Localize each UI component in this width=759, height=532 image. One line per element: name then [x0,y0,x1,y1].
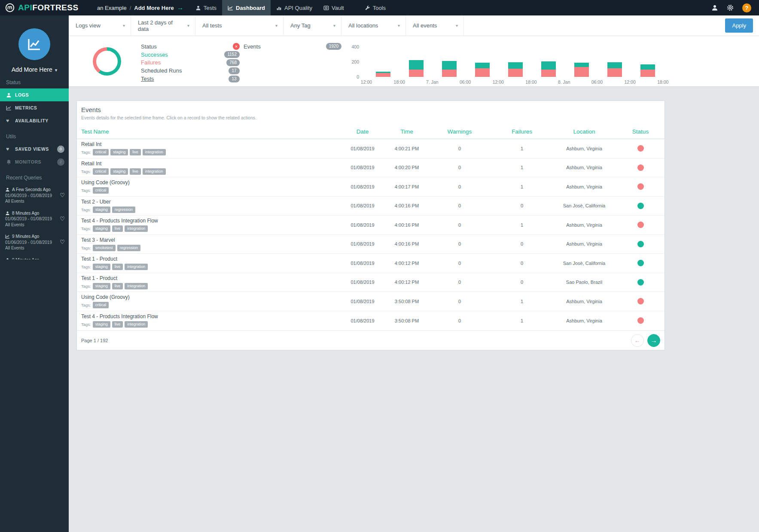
sidebar-item-monitors[interactable]: MONITORS 2 [0,155,69,168]
column-warnings[interactable]: Warnings [427,128,492,135]
status-cell [616,260,665,266]
next-page-button[interactable]: → [647,334,660,347]
bar-plot-area [363,47,664,77]
apply-button[interactable]: Apply [725,18,753,33]
event-date: 01/08/2019 [339,299,386,304]
breadcrumb-separator: / [130,5,131,11]
x-axis-label: 8. Jan [558,79,570,85]
recent-query-item[interactable]: A Few Seconds Ago 01/06/2019 - 01/08/201… [0,184,69,207]
date-range-select[interactable]: Last 2 days of data ▾ [131,15,195,36]
nav-dashboard[interactable]: Dashboard [222,0,271,15]
table-row[interactable]: Retail IntTags:criticalstagingliveintegr… [77,139,665,158]
top-nav-bar: APIFORTRESS an Example / Add More Here →… [0,0,759,15]
nav-vault-label: Vault [332,5,344,11]
clear-status-filter-icon[interactable]: × [233,43,240,50]
tests-count-badge: 13 [229,76,240,82]
recent-query-item[interactable]: 9 Minutes Ago 01/06/2019 - 01/08/2019 Al… [0,231,69,254]
event-time: 3:50:08 PM [386,299,427,304]
table-row[interactable]: Test 2 - UberTags:stagingregression01/08… [77,197,665,216]
user-icon [5,187,10,192]
favorite-heart-icon[interactable]: ♡ [60,192,65,199]
event-location: Ashburn, Virginia [552,165,616,170]
sidebar-item-logs[interactable]: LOGS [0,88,69,101]
warnings-count: 0 [427,299,492,304]
help-icon[interactable]: ? [742,3,751,12]
nav-api-quality[interactable]: API Quality [271,0,318,15]
tests-link[interactable]: Tests [141,76,229,82]
event-date: 01/08/2019 [339,280,386,285]
table-row[interactable]: Test 3 - MarvelTags:smoketestregression0… [77,235,665,254]
sidebar-item-label: MONITORS [15,159,41,164]
status-legend: Status × Successes 1152 Failures 768 Sch… [141,43,240,83]
tag-chip: integration [143,168,166,175]
table-row[interactable]: Using Code (Groovy)Tags:critical01/08/20… [77,292,665,311]
project-avatar-button[interactable] [18,28,50,60]
failures-label[interactable]: Failures [141,59,226,66]
x-axis-label: 7. Jan [426,79,439,85]
y-axis-label: 0 [347,74,359,79]
chevron-down-icon: ▾ [123,23,125,28]
sidebar-item-metrics[interactable]: METRICS [0,101,69,114]
summary-strip: Status × Successes 1152 Failures 768 Sch… [69,36,759,87]
locations-select-value: All locations [348,22,378,29]
tests-select[interactable]: All tests ▾ [195,15,283,36]
status-dot [637,222,644,228]
status-cell [616,241,665,247]
column-time[interactable]: Time [386,128,427,135]
recent-query-range: 01/06/2019 - 01/08/2019 [5,216,58,222]
status-dot [637,241,644,247]
table-row[interactable]: Test 1 - ProductTags:stagingliveintegrat… [77,273,665,292]
table-row[interactable]: Test 4 - Products Integration FlowTags:s… [77,216,665,235]
tag-select[interactable]: Any Tag ▾ [283,15,341,36]
breadcrumb-current[interactable]: Add More Here [134,5,174,11]
open-project-arrow-icon[interactable]: → [177,4,184,12]
view-select[interactable]: Logs view ▾ [69,15,131,36]
x-axis-labels: 12:0018:007. Jan06:0012:0018:008. Jan06:… [363,79,664,85]
column-date[interactable]: Date [339,128,386,135]
sidebar-item-availability[interactable]: ♥ AVAILABILITY [0,114,69,127]
nav-tools[interactable]: Tools [359,0,391,15]
nav-tests[interactable]: Tests [190,0,222,15]
tag-chip: staging [93,225,110,232]
breadcrumb-project[interactable]: an Example [97,5,127,11]
event-location: Ashburn, Virginia [552,184,616,189]
main-nav: Tests Dashboard API Quality Vault Tools [190,0,391,15]
tag-chip: live [112,225,123,232]
bar-failure-segment [607,68,622,77]
sidebar-section-utils: Utils [0,127,69,143]
recent-query-scope: All Events [5,198,58,204]
table-row[interactable]: Test 1 - ProductTags:stagingliveintegrat… [77,254,665,273]
y-axis-label: 400 [347,44,359,49]
gear-icon[interactable] [727,4,734,11]
scheduled-runs-label[interactable]: Scheduled Runs [141,67,229,74]
sidebar-item-saved-views[interactable]: ♥ SAVED VIEWS 0 [0,143,69,155]
x-axis-label: 12:00 [624,79,635,85]
table-row[interactable]: Retail IntTags:criticalstagingliveintegr… [77,158,665,178]
table-row[interactable]: Using Code (Groovy)Tags:critical01/08/20… [77,177,665,197]
account-user-icon[interactable] [711,4,718,11]
table-row[interactable]: Test 4 - Products Integration FlowTags:s… [77,311,665,331]
project-selector[interactable]: Add More Here▾ [0,66,69,73]
locations-select[interactable]: All locations ▾ [341,15,406,36]
favorite-heart-icon[interactable]: ♡ [60,215,65,223]
column-status[interactable]: Status [616,128,665,135]
apifortress-logo-icon [5,3,15,12]
nav-vault[interactable]: Vault [318,0,350,15]
prev-page-button[interactable]: ← [631,334,644,347]
column-failures[interactable]: Failures [492,128,552,135]
tag-chip: integration [143,149,166,155]
tag-list: Tags:criticalstagingliveintegration [81,168,339,175]
column-location[interactable]: Location [552,128,616,135]
column-test-name[interactable]: Test Name [77,128,339,135]
pager: ← → [631,334,660,347]
app-logo[interactable]: APIFORTRESS [0,3,97,12]
favorite-heart-icon[interactable]: ♡ [60,238,65,246]
event-time: 3:50:08 PM [386,318,427,323]
recent-query-item[interactable]: 9 Minutes Ago [0,254,69,260]
events-card-title: Events [81,106,660,113]
recent-query-item[interactable]: 8 Minutes Ago 01/06/2019 - 01/08/2019 Al… [0,207,69,231]
warnings-count: 0 [427,318,492,323]
successes-label[interactable]: Successes [141,52,224,58]
events-select[interactable]: All events ▾ [406,15,464,36]
failures-count: 1 [492,299,552,304]
